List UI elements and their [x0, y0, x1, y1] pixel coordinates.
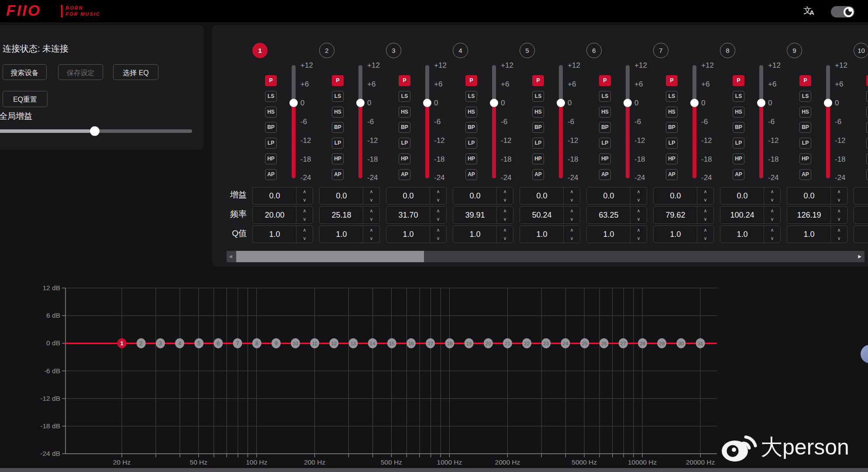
weibo-icon — [720, 432, 758, 462]
watermark-text: 大person — [761, 433, 849, 462]
curve-point-5-label: 5 — [197, 340, 200, 347]
ylabel--18db: -18 dB — [40, 422, 60, 430]
curve-point-22-label: 22 — [524, 341, 530, 346]
curve-point-25-label: 25 — [582, 341, 588, 346]
curve-point-16-label: 16 — [408, 341, 414, 346]
curve-point-2-label: 2 — [140, 340, 143, 347]
curve-point-26-label: 26 — [601, 341, 607, 346]
curve-point-6-label: 6 — [217, 340, 220, 347]
ylabel--12db: -12 dB — [40, 395, 60, 402]
curve-point-1-label: 1 — [120, 340, 123, 347]
ylabel-6db: 6 dB — [46, 312, 60, 319]
ylabel--24db: -24 dB — [40, 450, 60, 457]
curve-point-28-label: 28 — [640, 341, 645, 346]
xlabel-50hz: 50 Hz — [190, 458, 208, 466]
xlabel-20hz: 20 Hz — [113, 458, 131, 466]
xlabel-1000hz: 1000 Hz — [437, 458, 462, 466]
ylabel-12db: 12 dB — [42, 284, 60, 292]
curve-point-20-label: 20 — [486, 341, 491, 346]
curve-point-13-label: 13 — [351, 341, 356, 346]
xlabel-100hz: 100 Hz — [246, 458, 267, 466]
page-horizontal-scrollbar[interactable] — [0, 468, 868, 472]
xlabel-5000hz: 5000 Hz — [572, 458, 597, 466]
curve-point-21-label: 21 — [505, 341, 510, 346]
xlabel-2000hz: 2000 Hz — [495, 458, 520, 466]
curve-point-14-label: 14 — [370, 341, 375, 346]
eq-response-chart: 12 dB6 dB0 dB-6 dB-12 dB-18 dB-24 dB20 H… — [0, 0, 868, 472]
curve-point-11-label: 11 — [312, 341, 317, 346]
curve-point-7-label: 7 — [236, 340, 239, 347]
curve-point-19-label: 19 — [466, 341, 472, 346]
curve-point-30-label: 30 — [679, 341, 684, 346]
curve-point-12-label: 12 — [331, 341, 337, 346]
curve-point-9-label: 9 — [275, 340, 278, 347]
curve-point-15-label: 15 — [389, 341, 395, 346]
curve-point-29-label: 29 — [659, 341, 665, 346]
curve-point-4-label: 4 — [178, 340, 181, 347]
fiio-control-app: FIIO BORN FOR MUSIC 文 A 连接状态: 未连接 搜索设备 保… — [0, 0, 868, 472]
xlabel-200hz: 200 Hz — [304, 458, 325, 466]
xlabel-20000hz: 20000 Hz — [686, 458, 715, 466]
watermark: 大person — [720, 432, 868, 467]
curve-point-23-label: 23 — [543, 341, 549, 346]
curve-point-3-label: 3 — [159, 340, 162, 347]
ylabel-0db: 0 dB — [46, 339, 60, 347]
curve-point-27-label: 27 — [620, 341, 626, 346]
ylabel--6db: -6 dB — [44, 367, 60, 375]
xlabel-500hz: 500 Hz — [381, 458, 402, 466]
curve-point-18-label: 18 — [447, 341, 452, 346]
curve-point-24-label: 24 — [563, 341, 568, 346]
curve-point-8-label: 8 — [255, 340, 258, 347]
curve-point-10-label: 10 — [293, 341, 298, 346]
curve-point-31-label: 31 — [698, 341, 703, 346]
curve-point-17-label: 17 — [427, 341, 433, 346]
xlabel-10000hz: 10000 Hz — [628, 458, 657, 466]
